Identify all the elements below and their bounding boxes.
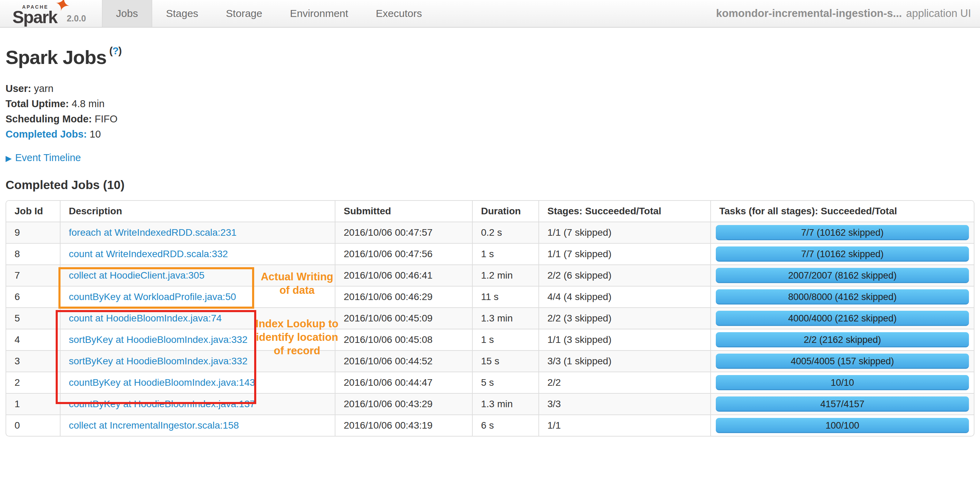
job-id-cell: 8 — [6, 243, 60, 264]
tasks-progress-bar: 100/100 — [716, 418, 969, 433]
tasks-progress-label: 8000/8000 (4162 skipped) — [788, 292, 897, 302]
tab-stages[interactable]: Stages — [152, 0, 212, 27]
jobs-table-area: Job Id Description Submitted Duration St… — [6, 200, 974, 437]
application-name: komondor-incremental-ingestion-s... — [716, 7, 902, 20]
tasks-cell: 7/7 (10162 skipped) — [710, 221, 974, 243]
table-row: 0 collect at IncrementalIngestor.scala:1… — [6, 415, 974, 436]
table-row: 8 count at WriteIndexedRDD.scala:332 201… — [6, 243, 974, 264]
table-row: 2 countByKey at HoodieBloomIndex.java:14… — [6, 372, 974, 393]
submitted-cell: 2016/10/06 00:45:09 — [335, 307, 472, 329]
table-header-row: Job Id Description Submitted Duration St… — [6, 201, 974, 221]
header-job-id: Job Id — [6, 201, 60, 221]
description-cell: foreach at WriteIndexedRDD.scala:231 — [60, 221, 335, 243]
description-cell: collect at IncrementalIngestor.scala:158 — [60, 415, 335, 436]
help-link[interactable]: (?) — [109, 45, 121, 56]
tab-storage[interactable]: Storage — [212, 0, 276, 27]
completed-jobs-section-title: Completed Jobs (10) — [6, 178, 974, 192]
info-user: User: yarn — [6, 81, 974, 96]
job-id-cell: 5 — [6, 307, 60, 329]
spark-version: 2.0.0 — [67, 13, 86, 24]
job-id-cell: 7 — [6, 264, 60, 286]
table-row: 1 countByKey at HoodieBloomIndex.java:13… — [6, 393, 974, 415]
duration-cell: 5 s — [472, 372, 538, 393]
event-timeline-toggle[interactable]: ▶Event Timeline — [6, 152, 974, 164]
tasks-progress-label: 10/10 — [830, 377, 854, 388]
job-id-cell: 6 — [6, 286, 60, 307]
tab-executors[interactable]: Executors — [362, 0, 436, 27]
tasks-progress-bar: 10/10 — [716, 375, 969, 390]
submitted-cell: 2016/10/06 00:43:29 — [335, 393, 472, 415]
stages-cell: 2/2 — [538, 372, 710, 393]
chevron-right-icon: ▶ — [6, 154, 12, 163]
job-description-link[interactable]: countByKey at HoodieBloomIndex.java:143 — [69, 377, 255, 388]
tasks-progress-bar: 7/7 (10162 skipped) — [716, 246, 969, 262]
job-id-cell: 2 — [6, 372, 60, 393]
submitted-cell: 2016/10/06 00:43:19 — [335, 415, 472, 436]
tasks-progress-bar: 2007/2007 (8162 skipped) — [716, 268, 969, 283]
duration-cell: 11 s — [472, 286, 538, 307]
tasks-progress-label: 4005/4005 (157 skipped) — [791, 356, 894, 366]
job-description-link[interactable]: count at WriteIndexedRDD.scala:332 — [69, 248, 228, 259]
submitted-cell: 2016/10/06 00:44:47 — [335, 372, 472, 393]
tasks-progress-bar: 8000/8000 (4162 skipped) — [716, 289, 969, 305]
duration-cell: 6 s — [472, 415, 538, 436]
tasks-progress-label: 2/2 (2162 skipped) — [803, 335, 881, 345]
tasks-cell: 4157/4157 — [710, 393, 974, 415]
info-completed-jobs: Completed Jobs: 10 — [6, 127, 974, 142]
job-id-cell: 0 — [6, 415, 60, 436]
help-question-icon[interactable]: ? — [112, 45, 118, 56]
tasks-progress-label: 7/7 (10162 skipped) — [801, 227, 884, 238]
tasks-cell: 10/10 — [710, 372, 974, 393]
duration-cell: 1.3 min — [472, 393, 538, 415]
duration-cell: 0.2 s — [472, 221, 538, 243]
job-description-link[interactable]: collect at HoodieClient.java:305 — [69, 270, 204, 281]
tasks-progress-bar: 4157/4157 — [716, 396, 969, 412]
duration-cell: 1.3 min — [472, 307, 538, 329]
tab-jobs[interactable]: Jobs — [102, 0, 152, 27]
stages-cell: 2/2 (6 skipped) — [538, 264, 710, 286]
job-description-link[interactable]: count at HoodieBloomIndex.java:74 — [69, 313, 222, 324]
duration-cell: 15 s — [472, 350, 538, 372]
tab-environment[interactable]: Environment — [276, 0, 362, 27]
header-duration: Duration — [472, 201, 538, 221]
stages-cell: 1/1 (7 skipped) — [538, 221, 710, 243]
submitted-cell: 2016/10/06 00:44:52 — [335, 350, 472, 372]
completed-jobs-link[interactable]: Completed Jobs: — [6, 129, 87, 140]
spark-star-icon: ✦ — [52, 0, 72, 16]
stages-cell: 1/1 (7 skipped) — [538, 243, 710, 264]
completed-jobs-table: Job Id Description Submitted Duration St… — [6, 201, 974, 436]
spark-brand: ✦ APACHE Spark 2.0.0 — [0, 0, 102, 27]
description-cell: sortByKey at HoodieBloomIndex.java:332 — [60, 329, 335, 350]
job-id-cell: 1 — [6, 393, 60, 415]
main-content: Spark Jobs(?) User: yarn Total Uptime: 4… — [0, 45, 980, 437]
job-description-link[interactable]: collect at IncrementalIngestor.scala:158 — [69, 420, 239, 431]
job-description-link[interactable]: countByKey at WorkloadProfile.java:50 — [69, 291, 236, 302]
tasks-progress-label: 4157/4157 — [820, 399, 864, 409]
tasks-cell: 7/7 (10162 skipped) — [710, 243, 974, 264]
table-row: 5 count at HoodieBloomIndex.java:74 2016… — [6, 307, 974, 329]
jobs-table-frame: Job Id Description Submitted Duration St… — [6, 200, 974, 437]
tasks-progress-bar: 2/2 (2162 skipped) — [716, 332, 969, 347]
tasks-cell: 8000/8000 (4162 skipped) — [710, 286, 974, 307]
description-cell: countByKey at HoodieBloomIndex.java:137 — [60, 393, 335, 415]
tasks-cell: 4000/4000 (2162 skipped) — [710, 307, 974, 329]
description-cell: sortByKey at HoodieBloomIndex.java:332 — [60, 350, 335, 372]
info-uptime: Total Uptime: 4.8 min — [6, 96, 974, 111]
tasks-progress-label: 2007/2007 (8162 skipped) — [788, 270, 897, 281]
header-submitted: Submitted — [335, 201, 472, 221]
duration-cell: 1 s — [472, 243, 538, 264]
submitted-cell: 2016/10/06 00:46:41 — [335, 264, 472, 286]
tasks-progress-label: 100/100 — [826, 420, 859, 431]
submitted-cell: 2016/10/06 00:45:08 — [335, 329, 472, 350]
submitted-cell: 2016/10/06 00:47:56 — [335, 243, 472, 264]
job-id-cell: 3 — [6, 350, 60, 372]
job-description-link[interactable]: countByKey at HoodieBloomIndex.java:137 — [69, 399, 255, 409]
job-description-link[interactable]: foreach at WriteIndexedRDD.scala:231 — [69, 227, 237, 238]
header-stages: Stages: Succeeded/Total — [538, 201, 710, 221]
job-description-link[interactable]: sortByKey at HoodieBloomIndex.java:332 — [69, 334, 248, 345]
info-scheduling-mode: Scheduling Mode: FIFO — [6, 111, 974, 127]
stages-cell: 1/1 (3 skipped) — [538, 329, 710, 350]
duration-cell: 1.2 min — [472, 264, 538, 286]
job-description-link[interactable]: sortByKey at HoodieBloomIndex.java:332 — [69, 356, 248, 366]
stages-cell: 3/3 (1 skipped) — [538, 350, 710, 372]
